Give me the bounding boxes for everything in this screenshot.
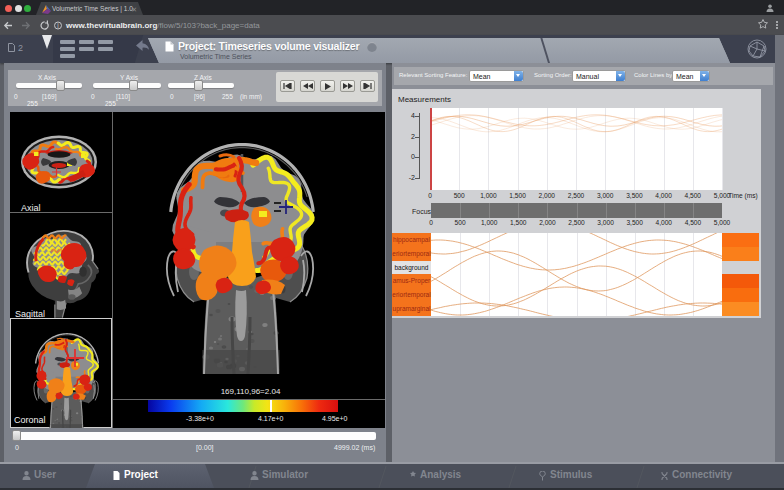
svg-text:i: i <box>57 22 58 29</box>
